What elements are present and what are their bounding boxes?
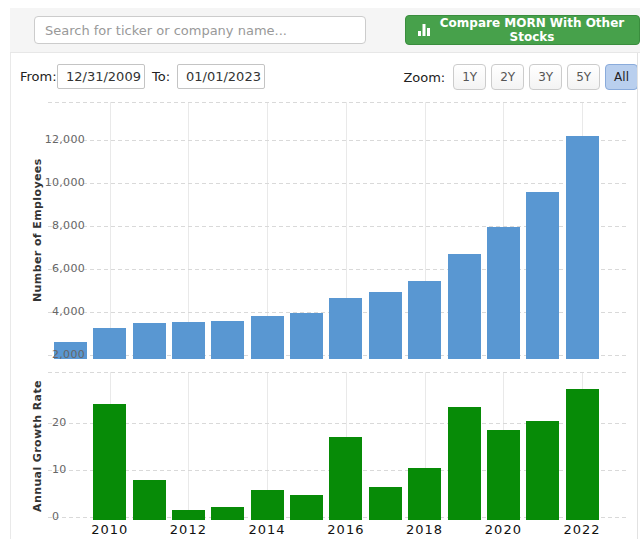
container-right-border [637,53,638,539]
dashed-gridline [48,183,628,184]
growth-bar-2012 [172,510,205,520]
y-tick-label: 8,000 [38,219,85,233]
dashed-gridline [48,140,628,141]
employees-plot[interactable] [48,102,628,359]
employees-bar-2011 [133,323,166,359]
growth-bar-2016 [329,437,362,520]
growth-bar-2022 [566,389,599,520]
growth-bar-2011 [133,480,166,520]
employees-bar-2018 [408,281,441,359]
x-tick-label-2020: 2020 [473,522,533,537]
page: Compare MORN With Other Stocks From: To:… [0,0,640,539]
employees-bar-2021 [526,192,559,359]
x-tick-label-2016: 2016 [316,522,376,537]
growth-plot[interactable] [48,372,628,520]
growth-bar-2020 [487,430,520,521]
x-tick-label-2022: 2022 [552,522,612,537]
employees-plot-top-border [48,102,628,103]
growth-bar-2021 [526,421,559,520]
growth-axis-title: Annual Growth Rate [30,372,44,520]
growth-bar-2014 [251,490,284,520]
employees-bar-2017 [369,292,402,359]
growth-plot-top-border [48,372,628,373]
y-tick-label: 2,000 [38,348,85,362]
y-tick-label: 12,000 [38,133,85,147]
y-tick-label: 10,000 [38,176,85,190]
employees-bar-2010 [93,328,126,359]
growth-bar-2015 [290,495,323,520]
container-left-border [10,53,11,539]
employees-bar-2013 [211,321,244,360]
x-tick-label-2014: 2014 [237,522,297,537]
employees-bar-2022 [566,136,599,359]
x-tick-label-2010: 2010 [80,522,140,537]
x-tick-label-2012: 2012 [158,522,218,537]
employees-bar-2015 [290,313,323,360]
growth-bar-2019 [448,407,481,520]
employees-bar-2020 [487,227,520,359]
employees-bar-2019 [448,254,481,359]
x-tick-label-2018: 2018 [395,522,455,537]
growth-bar-2010 [93,404,126,521]
employees-bar-2014 [251,316,284,359]
employees-bar-2016 [329,298,362,359]
y-tick-label: 4,000 [38,305,85,319]
y-tick-label: 6,000 [38,262,85,276]
vertical-gridline-2012 [188,372,189,520]
growth-bar-2017 [369,487,402,520]
growth-bar-2018 [408,468,441,520]
y-tick-label: 10 [52,463,92,477]
employees-bar-2012 [172,322,205,359]
y-tick-label: 20 [52,416,92,430]
growth-bar-2013 [211,507,244,520]
employees-growth-charts: Number of Employees Annual Growth Rate 2… [0,0,640,539]
